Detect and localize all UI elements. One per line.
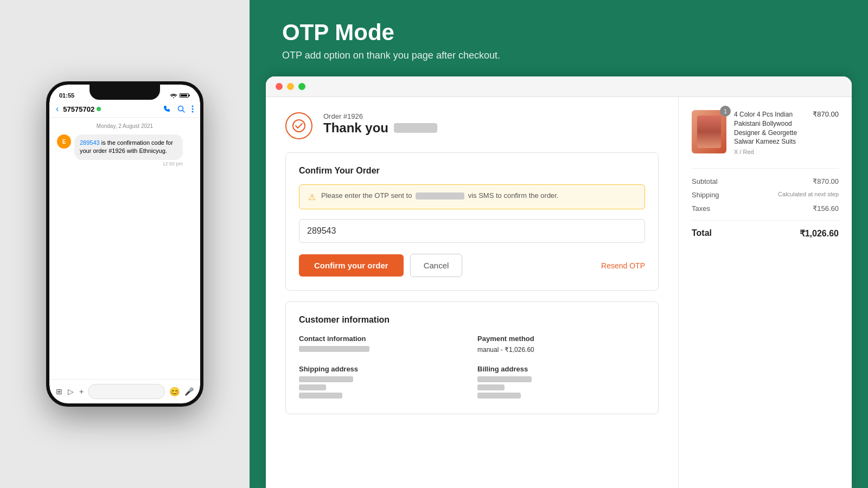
minimize-dot[interactable] xyxy=(287,83,294,90)
sms-message-row: E 289543 is the confirmation code for yo… xyxy=(57,134,193,166)
customer-section-title: Customer information xyxy=(299,315,645,325)
product-item: 1 4 Color 4 Pcs Indian Pakistani Bollywo… xyxy=(692,110,839,155)
phone-screen: 01:55 ‹ xyxy=(49,85,200,403)
photo-icon[interactable]: ▷ xyxy=(68,387,74,396)
total-row: Total ₹1,026.60 xyxy=(692,220,839,239)
message-input[interactable] xyxy=(88,384,165,399)
billing-address-value xyxy=(477,376,645,399)
sticker-icon[interactable]: 😊 xyxy=(169,387,180,397)
sms-body: Monday, 2 August 2021 E 289543 is the co… xyxy=(49,118,200,379)
sender-avatar: E xyxy=(57,134,71,149)
page-subtitle: OTP add option on thank you page after c… xyxy=(282,50,835,61)
sms-header-icons xyxy=(163,105,194,113)
svg-point-6 xyxy=(192,108,194,110)
otp-section-title: Confirm Your Order xyxy=(299,166,645,176)
total-value: ₹1,026.60 xyxy=(800,228,839,239)
thank-you-heading: Thank you xyxy=(323,120,437,136)
order-header: Order #1926 Thank you xyxy=(285,112,659,139)
subtotal-value: ₹870.00 xyxy=(813,177,839,185)
billing-address-col: Billing address xyxy=(477,365,645,401)
resend-otp-button[interactable]: Resend OTP xyxy=(601,261,645,270)
status-icons xyxy=(170,93,190,98)
shipping-address-value xyxy=(299,376,467,399)
sms-bubble: 289543 is the confirmation code for your… xyxy=(74,134,183,160)
product-info: 4 Color 4 Pcs Indian Pakistani Bollywood… xyxy=(734,110,805,155)
otp-section: Confirm Your Order ⚠ Please enter the OT… xyxy=(285,152,659,291)
phone-icon[interactable] xyxy=(163,105,171,113)
customer-section: Customer information Contact information… xyxy=(285,301,659,414)
add-icon[interactable]: + xyxy=(79,387,84,396)
svg-point-5 xyxy=(192,106,194,107)
svg-rect-1 xyxy=(181,94,187,97)
payment-method-value: manual - ₹1,026.60 xyxy=(477,346,645,354)
total-label: Total xyxy=(692,228,712,239)
bottom-icons: ⊞ ▷ + xyxy=(56,387,84,396)
shipping-label: Shipping xyxy=(692,191,719,199)
product-image xyxy=(692,110,726,153)
subtotal-row: Subtotal ₹870.00 xyxy=(692,177,839,185)
product-name: 4 Color 4 Pcs Indian Pakistani Bollywood… xyxy=(734,110,805,146)
product-price: ₹870.00 xyxy=(813,110,839,155)
warning-text: Please enter the OTP sent to vis SMS to … xyxy=(321,191,559,200)
phone-notch xyxy=(90,85,160,100)
customer-name-redacted xyxy=(394,123,437,133)
product-image-wrap: 1 xyxy=(692,110,726,155)
payment-method-label: Payment method xyxy=(477,335,645,343)
browser-content: Order #1926 Thank you Confirm Your Order… xyxy=(266,97,852,488)
checkout-sidebar: 1 4 Color 4 Pcs Indian Pakistani Bollywo… xyxy=(678,97,852,488)
order-summary: Subtotal ₹870.00 Shipping Calculated at … xyxy=(692,168,839,239)
contact-name: 57575702 xyxy=(63,105,94,113)
browser-window: Order #1926 Thank you Confirm Your Order… xyxy=(266,76,852,488)
maximize-dot[interactable] xyxy=(298,83,305,90)
back-button[interactable]: ‹ xyxy=(56,104,59,114)
otp-link[interactable]: 289543 xyxy=(80,139,100,146)
shipping-row: Shipping Calculated at next step xyxy=(692,191,839,199)
close-dot[interactable] xyxy=(276,83,283,90)
phone-bottom-bar: ⊞ ▷ + 😊 🎤 xyxy=(49,379,200,403)
contact-info-col: Contact information xyxy=(299,335,467,354)
payment-method-col: Payment method manual - ₹1,026.60 xyxy=(477,335,645,354)
svg-point-8 xyxy=(293,120,305,132)
message-time: 12:50 pm xyxy=(74,161,183,166)
subtotal-label: Subtotal xyxy=(692,177,718,185)
checkout-main: Order #1926 Thank you Confirm Your Order… xyxy=(266,97,678,488)
phone-number-redacted xyxy=(416,192,464,200)
shipping-address-label: Shipping address xyxy=(299,365,467,373)
online-indicator xyxy=(97,107,101,111)
sms-header: ‹ 57575702 xyxy=(49,101,200,118)
otp-actions: Confirm your order Cancel Resend OTP xyxy=(299,254,645,277)
shipping-address-col: Shipping address xyxy=(299,365,467,401)
taxes-value: ₹156.60 xyxy=(813,204,839,213)
warning-icon: ⚠ xyxy=(308,192,316,202)
order-success-icon xyxy=(285,112,312,139)
sms-contact: 57575702 xyxy=(63,105,159,113)
mic-icon[interactable]: 🎤 xyxy=(184,387,194,396)
customer-info-grid: Contact information Payment method manua… xyxy=(299,335,645,401)
shipping-value: Calculated at next step xyxy=(778,191,839,199)
search-icon[interactable] xyxy=(177,105,185,113)
more-icon[interactable] xyxy=(192,105,194,113)
confirm-order-button[interactable]: Confirm your order xyxy=(299,254,404,277)
battery-icon xyxy=(180,93,190,98)
product-image-inner xyxy=(697,115,721,148)
camera-icon[interactable]: ⊞ xyxy=(56,387,62,396)
svg-line-4 xyxy=(183,111,185,113)
svg-point-7 xyxy=(192,111,194,113)
otp-input-field[interactable] xyxy=(299,219,645,243)
product-quantity-badge: 1 xyxy=(720,106,731,117)
billing-address-label: Billing address xyxy=(477,365,645,373)
page-title: OTP Mode xyxy=(282,20,835,46)
browser-titlebar xyxy=(266,76,852,97)
product-variant: X / Red xyxy=(734,149,805,155)
right-panel: OTP Mode OTP add option on thank you pag… xyxy=(250,0,868,488)
order-title-block: Order #1926 Thank you xyxy=(323,112,437,136)
cancel-button[interactable]: Cancel xyxy=(410,254,463,277)
contact-email-redacted xyxy=(299,346,467,352)
phone-mockup: 01:55 ‹ xyxy=(46,81,203,407)
sms-date: Monday, 2 August 2021 xyxy=(57,123,193,129)
svg-rect-2 xyxy=(189,95,190,97)
wifi-icon xyxy=(170,93,177,98)
order-number: Order #1926 xyxy=(323,112,437,120)
taxes-row: Taxes ₹156.60 xyxy=(692,204,839,213)
contact-info-label: Contact information xyxy=(299,335,467,343)
